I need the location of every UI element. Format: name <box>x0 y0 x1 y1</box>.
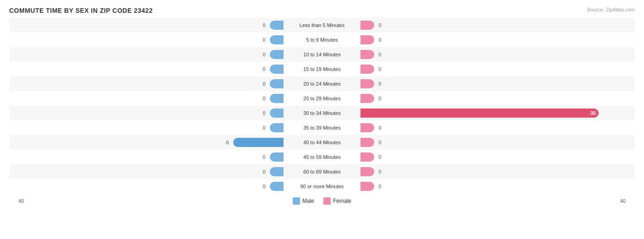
row-label: 10 to 14 Minutes <box>285 52 359 57</box>
female-bar <box>360 65 374 74</box>
right-bar-section: 0 <box>359 50 635 59</box>
female-value-label: 0 <box>374 125 386 130</box>
left-bar-section: 0 <box>9 152 285 162</box>
axis-right-label: 40 <box>620 198 626 204</box>
table-row: 640 to 44 Minutes0 <box>9 135 635 150</box>
male-bar <box>270 182 284 191</box>
left-bar-section: 0 <box>9 94 285 103</box>
female-value-label: 0 <box>374 22 386 28</box>
table-row: 020 to 24 Minutes0 <box>9 76 635 91</box>
table-row: 05 to 9 Minutes0 <box>9 33 635 47</box>
row-label: 15 to 19 Minutes <box>285 66 359 72</box>
male-bar <box>270 109 284 118</box>
male-value-label: 0 <box>258 22 270 28</box>
left-bar-section: 0 <box>9 123 285 132</box>
male-value-label: 0 <box>258 81 270 87</box>
female-bar <box>360 182 374 191</box>
female-bar <box>360 94 374 103</box>
row-label: 30 to 34 Minutes <box>285 110 359 116</box>
legend: Male Female <box>293 197 351 205</box>
right-bar-section: 0 <box>359 35 635 44</box>
male-value-label: 0 <box>258 184 270 189</box>
female-value-label: 0 <box>374 140 386 145</box>
table-row: 015 to 19 Minutes0 <box>9 62 635 76</box>
male-bar <box>270 152 284 162</box>
bottom-area: 40 Male Female 40 <box>9 195 635 205</box>
left-bar-section: 0 <box>9 65 285 74</box>
row-label: Less than 5 Minutes <box>285 22 359 28</box>
row-label: 5 to 9 Minutes <box>285 37 359 43</box>
left-bar-section: 0 <box>9 50 285 59</box>
row-label: 90 or more Minutes <box>285 184 359 189</box>
male-bar <box>270 123 284 132</box>
female-bar <box>360 167 374 176</box>
female-value-label: 0 <box>374 96 386 101</box>
left-bar-section: 0 <box>9 35 285 44</box>
male-bar <box>270 35 284 44</box>
male-value-label: 0 <box>258 37 270 43</box>
left-bar-section: 0 <box>9 182 285 191</box>
chart-title: COMMUTE TIME BY SEX IN ZIP CODE 23422 <box>9 7 635 14</box>
rows-wrapper: 0Less than 5 Minutes005 to 9 Minutes0010… <box>9 18 635 194</box>
male-value-label: 6 <box>222 140 233 145</box>
right-bar-section: 0 <box>359 65 635 74</box>
axis-left-label: 40 <box>18 198 24 204</box>
male-bar <box>270 79 284 88</box>
female-value-label: 0 <box>374 81 386 87</box>
female-bar <box>360 50 374 59</box>
female-bar <box>360 79 374 88</box>
female-value-label: 0 <box>374 66 386 72</box>
right-bar-section: 0 <box>359 123 635 132</box>
female-bar <box>360 138 374 147</box>
legend-male-box <box>293 197 300 205</box>
female-value-label: 0 <box>374 154 386 160</box>
left-bar-section: 6 <box>9 138 285 147</box>
female-value-label: 0 <box>374 169 386 174</box>
row-label: 40 to 44 Minutes <box>285 140 359 145</box>
row-label: 60 to 89 Minutes <box>285 169 359 174</box>
male-bar <box>270 167 284 176</box>
right-bar-section: 0 <box>359 138 635 147</box>
right-bar-section: 0 <box>359 79 635 88</box>
male-value-label: 0 <box>258 154 270 160</box>
legend-female-box <box>323 197 331 205</box>
right-bar-section: 0 <box>359 167 635 176</box>
table-row: 090 or more Minutes0 <box>9 179 635 194</box>
table-row: 025 to 29 Minutes0 <box>9 91 635 106</box>
male-bar <box>270 50 284 59</box>
row-label: 20 to 24 Minutes <box>285 81 359 87</box>
right-bar-section: 0 <box>359 94 635 103</box>
female-bar <box>360 21 374 30</box>
female-bar <box>360 35 374 44</box>
male-value-label: 0 <box>258 169 270 174</box>
female-bar: 35 <box>360 109 599 118</box>
female-value-label: 0 <box>374 37 386 43</box>
female-bar <box>360 152 374 162</box>
table-row: 045 to 59 Minutes0 <box>9 150 635 164</box>
left-bar-section: 0 <box>9 109 285 118</box>
male-bar <box>270 65 284 74</box>
male-value-label: 0 <box>258 110 270 116</box>
source-text: Source: ZipAtlas.com <box>587 7 635 12</box>
right-bar-section: 0 <box>359 152 635 162</box>
female-bar <box>360 123 374 132</box>
male-bar <box>233 138 284 147</box>
legend-male-label: Male <box>302 198 314 204</box>
left-bar-section: 0 <box>9 167 285 176</box>
table-row: 010 to 14 Minutes0 <box>9 47 635 62</box>
left-bar-section: 0 <box>9 79 285 88</box>
table-row: 0Less than 5 Minutes0 <box>9 18 635 33</box>
table-row: 035 to 39 Minutes0 <box>9 120 635 135</box>
female-value-label: 0 <box>374 184 386 189</box>
legend-male: Male <box>293 197 314 205</box>
male-bar <box>270 21 284 30</box>
male-value-label: 0 <box>258 66 270 72</box>
male-bar <box>270 94 284 103</box>
left-bar-section: 0 <box>9 21 285 30</box>
male-value-label: 0 <box>258 125 270 130</box>
row-label: 35 to 39 Minutes <box>285 125 359 130</box>
right-bar-section: 0 <box>359 182 635 191</box>
row-label: 45 to 59 Minutes <box>285 154 359 160</box>
right-bar-section: 35 <box>359 109 635 118</box>
chart-container: COMMUTE TIME BY SEX IN ZIP CODE 23422 So… <box>0 0 644 239</box>
